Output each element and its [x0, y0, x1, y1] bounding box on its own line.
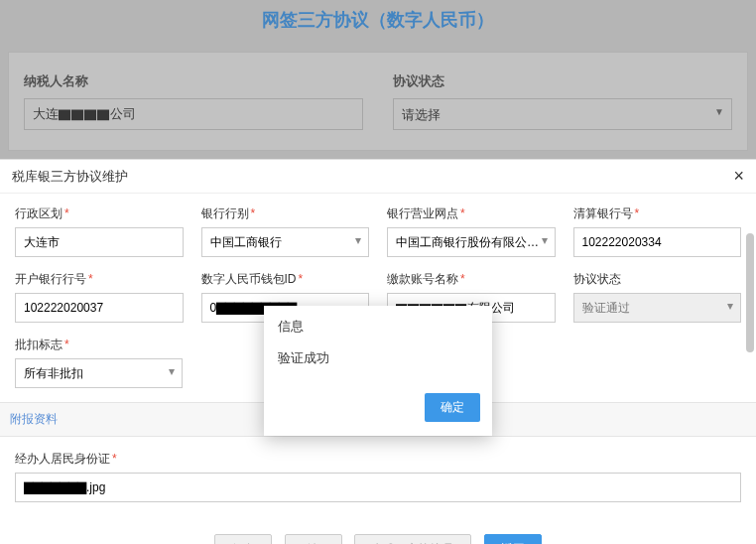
batch-flag-label: 批扣标志*	[15, 337, 183, 353]
region-label: 行政区划*	[15, 205, 184, 222]
batch-flag-select[interactable]	[15, 358, 183, 388]
popup-ok-button[interactable]: 确定	[425, 393, 480, 422]
open-bank-no-label: 开户银行行号*	[15, 271, 184, 288]
bank-type-select[interactable]	[201, 227, 370, 257]
verify-button[interactable]: 验证	[285, 534, 342, 544]
generate-number-button[interactable]: 生成三方协议号	[354, 534, 471, 544]
account-name-label: 缴款账号名称*	[387, 271, 556, 288]
clear-no-input[interactable]	[573, 227, 742, 257]
bank-branch-label: 银行营业网点*	[387, 205, 556, 222]
proto-status-select	[573, 293, 742, 323]
modal-title: 税库银三方协议维护	[12, 168, 128, 186]
info-popup: 信息 验证成功 确定	[264, 306, 492, 436]
bank-branch-select[interactable]	[387, 227, 556, 257]
close-icon[interactable]: ×	[733, 166, 744, 187]
clear-no-label: 清算银行号*	[573, 205, 742, 222]
back-button[interactable]: 返回	[484, 534, 542, 544]
scrollbar[interactable]	[746, 233, 754, 352]
wallet-id-label: 数字人民币钱包ID*	[201, 271, 370, 288]
modal-button-row: 保存 验证 生成三方协议号 返回	[15, 520, 741, 544]
id-card-file-input[interactable]	[15, 473, 741, 502]
id-card-label: 经办人居民身份证*	[15, 451, 741, 468]
popup-message: 验证成功	[264, 343, 492, 385]
proto-status-label: 协议状态	[573, 271, 742, 288]
region-input[interactable]	[15, 227, 184, 257]
open-bank-no-input[interactable]	[15, 293, 184, 323]
save-button[interactable]: 保存	[214, 534, 272, 544]
popup-title: 信息	[264, 306, 492, 343]
bank-type-label: 银行行别*	[201, 205, 370, 222]
